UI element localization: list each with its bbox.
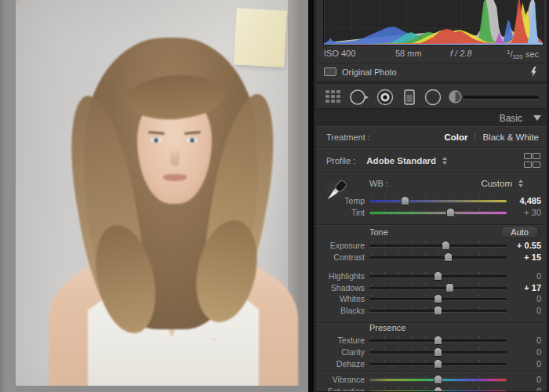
dehaze-label: Dehaze bbox=[316, 359, 369, 368]
saturation-slider[interactable] bbox=[369, 386, 507, 392]
dehaze-slider[interactable] bbox=[369, 358, 507, 369]
slider-track[interactable] bbox=[369, 212, 507, 214]
color-sliders: Vibrance0Saturation0 bbox=[316, 374, 547, 392]
wb-label: WB : bbox=[369, 179, 388, 188]
temp-value[interactable]: 4,485 bbox=[507, 196, 547, 205]
slider-row-saturation: Saturation0 bbox=[316, 386, 547, 392]
shadows-value[interactable]: + 17 bbox=[507, 283, 547, 292]
treatment-separator bbox=[474, 133, 475, 142]
histogram-plot[interactable] bbox=[323, 0, 544, 45]
slider-track[interactable] bbox=[369, 200, 507, 202]
slider-row-temp: Temp4,485 bbox=[316, 195, 547, 206]
blacks-value[interactable]: 0 bbox=[507, 306, 547, 315]
exif-shutter: 1/320 sec bbox=[507, 49, 539, 60]
saturation-value[interactable]: 0 bbox=[507, 387, 547, 392]
whites-slider[interactable] bbox=[369, 293, 507, 304]
slider-row-vibrance: Vibrance0 bbox=[316, 374, 547, 385]
slider-row-tint: Tint+ 30 bbox=[316, 207, 547, 218]
shadows-label: Shadows bbox=[316, 283, 369, 292]
radial-filter-tool-icon[interactable] bbox=[424, 89, 442, 106]
shadows-slider[interactable] bbox=[369, 282, 507, 293]
slider-row-blacks: Blacks0 bbox=[316, 305, 547, 316]
collapse-triangle-icon[interactable] bbox=[533, 115, 541, 121]
texture-label: Texture bbox=[316, 336, 369, 345]
adjustment-brush-tool-icon[interactable] bbox=[449, 90, 462, 103]
vibrance-value[interactable]: 0 bbox=[507, 375, 547, 384]
divider bbox=[316, 322, 547, 323]
slider-track[interactable] bbox=[369, 287, 507, 289]
treatment-bw-option[interactable]: Black & White bbox=[482, 132, 539, 142]
wb-preset[interactable]: Custom bbox=[481, 179, 523, 188]
whites-value[interactable]: 0 bbox=[507, 294, 547, 303]
profile-value[interactable]: Adobe Standard bbox=[366, 156, 436, 165]
profile-browser-grid-icon[interactable] bbox=[524, 153, 539, 168]
slider-ticks bbox=[371, 284, 505, 285]
tone-sliders: Exposure+ 0.55Contrast+ 15 bbox=[316, 240, 547, 263]
wb-updown-icon[interactable] bbox=[518, 180, 523, 187]
highlights-slider[interactable] bbox=[369, 270, 507, 281]
original-photo-row: Original Photo bbox=[316, 63, 547, 80]
highlights-label: Highlights bbox=[316, 271, 369, 281]
slider-ticks bbox=[371, 197, 505, 198]
slider-row-exposure: Exposure+ 0.55 bbox=[316, 240, 547, 251]
contrast-label: Contrast bbox=[316, 252, 369, 262]
vibrance-label: Vibrance bbox=[316, 375, 369, 384]
slider-track[interactable] bbox=[369, 245, 507, 247]
crop-overlay-tool-icon[interactable] bbox=[325, 90, 341, 104]
tone-section-header: Tone bbox=[369, 227, 388, 237]
clarity-slider[interactable] bbox=[369, 347, 507, 358]
temp-slider[interactable] bbox=[369, 195, 507, 206]
adjustment-brush-handle[interactable] bbox=[464, 96, 539, 99]
divider bbox=[316, 172, 547, 173]
graduated-filter-tool-icon[interactable] bbox=[404, 89, 415, 105]
portrait-eye bbox=[151, 138, 162, 143]
divider bbox=[316, 371, 547, 372]
slider-row-highlights: Highlights0 bbox=[316, 270, 547, 281]
contrast-value[interactable]: + 15 bbox=[507, 252, 547, 262]
tool-strip bbox=[315, 85, 547, 109]
original-photo-label: Original Photo bbox=[342, 67, 397, 77]
contrast-slider[interactable] bbox=[369, 252, 507, 263]
slider-row-whites: Whites0 bbox=[316, 293, 547, 304]
wb-value[interactable]: Custom bbox=[481, 179, 512, 188]
develop-right-panel: ISO 400 58 mm f / 2.8 1/320 sec Original… bbox=[314, 0, 549, 392]
dehaze-value[interactable]: 0 bbox=[507, 359, 547, 368]
basic-panel-title: Basic bbox=[500, 113, 522, 124]
tint-value[interactable]: + 30 bbox=[507, 208, 547, 217]
exposure-slider[interactable] bbox=[369, 240, 507, 251]
texture-slider[interactable] bbox=[369, 335, 507, 346]
clarity-value[interactable]: 0 bbox=[507, 347, 547, 357]
auto-tone-button[interactable]: Auto bbox=[500, 226, 539, 238]
profile-row: Profile : Adobe Standard bbox=[316, 148, 547, 172]
slider-track[interactable] bbox=[369, 256, 507, 259]
portrait-lips bbox=[163, 174, 187, 181]
original-photo-icon bbox=[324, 67, 336, 76]
profile-label: Profile : bbox=[326, 156, 355, 165]
slider-ticks bbox=[371, 209, 505, 210]
slider-ticks bbox=[371, 253, 505, 255]
slider-row-clarity: Clarity0 bbox=[316, 347, 547, 358]
vibrance-slider[interactable] bbox=[369, 374, 507, 385]
highlights-value[interactable]: 0 bbox=[507, 271, 547, 281]
exposure-label: Exposure bbox=[316, 241, 369, 250]
profile-updown-icon[interactable] bbox=[442, 157, 447, 165]
clarity-label: Clarity bbox=[316, 347, 369, 357]
exposure-value[interactable]: + 0.55 bbox=[507, 241, 547, 250]
lightroom-develop-screen: ISO 400 58 mm f / 2.8 1/320 sec Original… bbox=[0, 0, 549, 392]
slider-row-contrast: Contrast+ 15 bbox=[316, 252, 547, 263]
slider-row-texture: Texture0 bbox=[316, 335, 547, 346]
blacks-label: Blacks bbox=[316, 306, 369, 315]
treatment-color-option[interactable]: Color bbox=[444, 132, 467, 142]
basic-panel-header[interactable]: Basic bbox=[315, 111, 547, 125]
treatment-row: Treatment : Color Black & White bbox=[316, 127, 547, 147]
tint-slider[interactable] bbox=[369, 207, 507, 218]
red-eye-tool-icon[interactable] bbox=[376, 89, 394, 106]
portrait-freckles bbox=[16, 0, 17, 2]
portrait-iris bbox=[190, 138, 195, 143]
spot-removal-tool-icon[interactable] bbox=[350, 89, 369, 106]
flash-bolt-icon[interactable] bbox=[530, 67, 537, 77]
blacks-slider[interactable] bbox=[369, 305, 507, 316]
photo-canvas[interactable] bbox=[16, 0, 308, 386]
texture-value[interactable]: 0 bbox=[507, 336, 547, 345]
portrait-nose bbox=[170, 147, 180, 166]
